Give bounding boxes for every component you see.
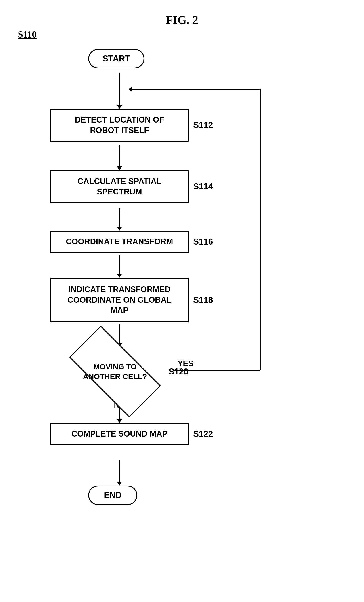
s116-label: S116 [193,237,213,247]
s114-row: CALCULATE SPATIALSPECTRUM S114 [50,170,213,203]
s120-diamond: MOVING TOANOTHER CELL? [66,347,164,396]
s112-label: S112 [193,120,213,130]
s120-row: MOVING TOANOTHER CELL? S120 [66,347,188,396]
s118-box: INDICATE TRANSFORMEDCOORDINATE ON GLOBAL… [50,278,189,322]
s120-text: MOVING TOANOTHER CELL? [83,362,147,381]
s122-label: S122 [193,429,213,439]
s114-box: CALCULATE SPATIALSPECTRUM [50,170,189,203]
s118-text: INDICATE TRANSFORMEDCOORDINATE ON GLOBAL… [67,284,171,316]
svg-marker-5 [117,227,122,231]
svg-marker-18 [128,86,132,92]
start-node: START [88,49,145,68]
s114-label: S114 [193,182,213,191]
s122-box: COMPLETE SOUND MAP [50,423,189,445]
s122-row: COMPLETE SOUND MAP S122 [50,423,213,445]
svg-marker-3 [117,166,122,170]
s120-label: S120 [169,367,188,376]
s112-text: DETECT LOCATION OFROBOT ITSELF [75,115,164,135]
s116-row: COORDINATE TRANSFORM S116 [50,231,213,253]
figure-title: FIG. 2 [18,13,346,27]
start-label: START [88,49,145,68]
svg-marker-14 [117,482,122,485]
section-label: S110 [18,29,37,40]
s114-text: CALCULATE SPATIALSPECTRUM [77,177,161,196]
svg-marker-11 [117,419,122,423]
s112-box: DETECT LOCATION OFROBOT ITSELF [50,109,189,141]
svg-marker-1 [117,105,122,109]
s118-row: INDICATE TRANSFORMEDCOORDINATE ON GLOBAL… [50,278,213,322]
s116-text: COORDINATE TRANSFORM [66,237,173,246]
s116-box: COORDINATE TRANSFORM [50,231,189,253]
end-node: END [88,485,137,505]
s122-text: COMPLETE SOUND MAP [72,429,167,438]
svg-marker-7 [117,274,122,278]
s118-label: S118 [193,295,213,305]
s112-row: DETECT LOCATION OFROBOT ITSELF S112 [50,109,213,141]
end-label: END [88,485,137,505]
